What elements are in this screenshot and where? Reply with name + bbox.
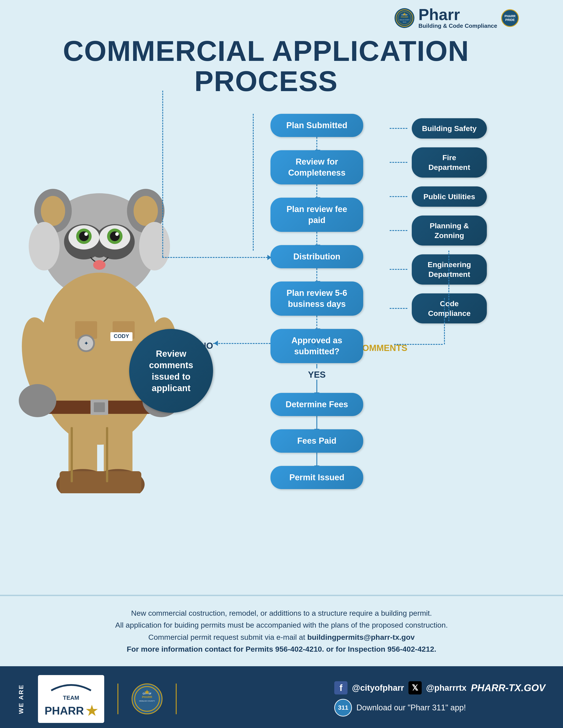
step-approved: Review comments issued to applicant NO C… [270,329,363,393]
plan-submitted-box: Plan Submitted [270,114,363,137]
facebook-handle: @cityofpharr [352,683,404,693]
website-link[interactable]: PHARR-TX.GOV [471,682,545,693]
arrow-5 [317,316,317,329]
planning-zonning-box: Planning & Zonning [412,216,487,246]
step-fees-paid: Fees Paid [270,429,363,466]
mascot-icon: ✦ CODY [0,96,199,493]
dept-row-planning: Planning & Zonning [390,216,487,246]
svg-point-18 [115,232,119,236]
main-content: ✦ CODY [0,109,563,595]
svg-point-0 [396,10,413,26]
step-determine-fees: Determine Fees [270,393,363,429]
facebook-row: f @cityofpharr 𝕏 @pharrrtx PHARR-TX.GOV [334,681,545,694]
badge-311-icon: 311 [334,699,352,717]
step-plan-review-days: Plan review 5-6 business days [270,281,363,329]
app-row: 311 Download our "Pharr 311" app! [334,699,545,717]
public-utilities-box: Public Utilities [412,186,487,207]
dept-connector-5 [390,269,407,270]
step-plan-review-fee: Plan review fee paid [270,198,363,245]
dept-connector-4 [390,230,407,231]
svg-text:✦: ✦ [84,341,88,346]
dept-row-fire: Fire Department [390,147,487,177]
pharr-label: PHARR [45,704,84,717]
svg-point-17 [84,232,88,236]
arrow-6 [317,380,317,393]
plan-review-fee-box: Plan review fee paid [270,198,363,232]
departments-column: Building Safety Fire Department Public U… [390,118,487,328]
info-text-block: New commercial costruction, remodel, or … [18,607,545,655]
svg-point-20 [93,260,105,270]
svg-rect-50 [106,427,108,482]
dept-connector-6 [390,308,407,309]
team-label: TEAM [63,694,79,701]
info-line-1: New commercial costruction, remodel, or … [18,607,545,619]
info-line-4: For more information contact for Permits… [127,645,436,653]
step-plan-submitted: Plan Submitted [270,114,363,150]
dept-row-engineering: Engineering Department [390,254,487,284]
process-columns: Plan Submitted Review for Completeness P… [270,114,487,489]
dept-connector-1 [390,128,407,129]
star-icon: ★ [86,703,98,719]
svg-text:PHARR: PHARR [401,16,408,18]
brand-name-block: Pharr Building & Code Compliance [418,7,497,29]
info-line-2: All application for buiding permits must… [18,619,545,631]
arrow-8 [317,453,317,466]
brand-subtitle: Building & Code Compliance [418,23,497,29]
social-section: f @cityofpharr 𝕏 @pharrrtx PHARR-TX.GOV … [334,681,545,717]
arrow-2 [317,184,317,198]
x-twitter-icon[interactable]: 𝕏 [409,681,422,694]
logo-row: CITY OF PHARR HIDALGO COUNTY TEXAS Pharr… [395,7,519,29]
label-yes: YES [308,370,326,380]
city-seal-icon: CITY OF PHARR HIDALGO COUNTY TEXAS [395,8,415,28]
fire-department-box: Fire Department [412,147,487,177]
distribution-box: Distribution [270,245,363,268]
brand-name: Pharr [418,7,497,23]
arrow-3 [317,232,317,245]
info-line-3: Commercial permit request submit via e-m… [18,631,545,643]
building-safety-box: Building Safety [412,118,487,139]
review-completeness-box: Review for Completeness [270,150,363,184]
footer-divider [117,683,118,714]
dept-row-building-safety: Building Safety [390,118,487,139]
svg-rect-48 [95,471,141,493]
svg-point-24 [133,196,158,226]
dept-connector-3 [390,196,407,197]
determine-fees-box: Determine Fees [270,393,363,416]
dept-row-code: Code Compliance [390,293,487,323]
plan-review-days-box: Plan review 5-6 business days [270,281,363,316]
x-handle: @pharrrtx [426,683,467,693]
dept-connector-2 [390,162,407,163]
email-link: buildingpermits@pharr-tx.gov [307,633,415,641]
svg-point-19 [93,248,106,258]
step-permit-issued: Permit Issued [270,466,363,489]
team-arc-icon [47,679,95,693]
info-section: New commercial costruction, remodel, or … [0,595,563,666]
svg-point-26 [139,222,170,270]
footer-divider-2 [176,683,177,714]
city-logo-footer: CITY OF PHARR HIDALGO COUNTY [132,683,162,714]
svg-rect-36 [94,402,105,412]
review-comments-circle: Review comments issued to applicant [129,329,213,413]
svg-point-25 [29,222,60,270]
arrow-1 [317,137,317,150]
fees-paid-box: Fees Paid [270,429,363,452]
mascot-container: ✦ CODY [0,96,199,493]
engineering-dept-box: Engineering Department [412,254,487,284]
svg-text:HIDALGO COUNTY: HIDALGO COUNTY [400,19,410,21]
pharr-star: PHARR ★ [45,703,98,719]
svg-text:CODY: CODY [114,333,129,339]
city-seal-footer-icon: CITY OF PHARR HIDALGO COUNTY [134,686,160,712]
arrow-7 [317,416,317,429]
svg-text:TEXAS: TEXAS [403,21,407,23]
page-title: COMMERCIAL APPLICATION PROCESS [13,32,519,105]
bottom-footer: WE ARE TEAM PHARR ★ CITY OF PHARR HIDALG… [0,666,563,728]
dept-row-utilities: Public Utilities [390,186,487,207]
arrow-4 [317,268,317,281]
facebook-icon[interactable]: f [334,681,348,694]
yes-label-row: YES [308,364,326,393]
we-are-label: WE ARE [18,684,25,714]
flowchart-area: Plan Submitted Review for Completeness P… [212,109,545,582]
svg-point-41 [19,384,56,417]
svg-point-23 [41,196,65,226]
code-compliance-box: Code Compliance [412,293,487,323]
